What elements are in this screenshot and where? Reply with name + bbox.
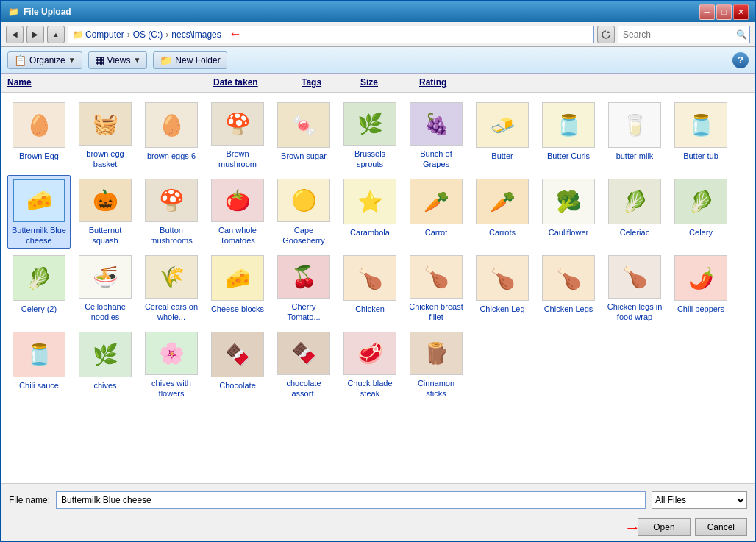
column-rating[interactable]: Rating: [413, 76, 472, 90]
file-item-label: Cinnamon sticks: [408, 378, 464, 398]
file-thumbnail-icon: 🍜: [93, 265, 118, 289]
file-thumbnail-icon: 🌾: [159, 265, 185, 289]
list-item[interactable]: 🍗Chicken Leg: [471, 252, 534, 325]
up-button[interactable]: ▲: [47, 26, 65, 43]
file-thumbnail-icon: 🥚: [26, 113, 52, 138]
file-item-label: Cheese blocks: [211, 304, 264, 314]
file-item-label: Butter tub: [683, 151, 718, 161]
file-thumbnail-icon: 🟡: [291, 188, 317, 213]
file-thumbnail-icon: 🍗: [424, 265, 449, 289]
file-item-label: Chuck blade steak: [342, 378, 398, 398]
file-thumbnail-icon: 🍗: [357, 266, 383, 290]
list-item[interactable]: 🎃Butternut squash: [74, 175, 137, 249]
file-thumbnail-icon: 🥬: [26, 266, 52, 290]
list-item[interactable]: 🥚brown eggs 6: [140, 99, 203, 172]
file-thumbnail-icon: 🍫: [291, 341, 317, 366]
views-button[interactable]: ▦ Views ▼: [88, 51, 148, 69]
new-folder-button[interactable]: 📁 New Folder: [153, 51, 227, 69]
file-thumbnail-icon: 🍗: [556, 266, 582, 290]
help-button[interactable]: ?: [732, 52, 749, 68]
file-thumbnail-icon: 🧈: [490, 113, 516, 138]
search-input[interactable]: [623, 29, 733, 40]
list-item[interactable]: 🥛butter milk: [603, 99, 666, 172]
list-item[interactable]: 🫙Butter tub: [669, 99, 732, 172]
list-item[interactable]: 🍗Chicken Legs: [537, 252, 600, 325]
list-item[interactable]: 🍜Cellophane noodles: [74, 252, 137, 325]
list-item[interactable]: 🧈Butter: [471, 99, 534, 172]
list-item[interactable]: 🟡Cape Gooseberry: [272, 175, 335, 249]
filename-input[interactable]: [56, 491, 646, 509]
file-thumbnail-icon: 🥕: [490, 190, 516, 214]
list-item[interactable]: 🥕Carrot: [404, 175, 468, 249]
column-tags[interactable]: Tags: [296, 76, 354, 90]
list-item[interactable]: 🥬Celery (2): [7, 252, 71, 325]
file-item-label: Chicken Legs: [544, 304, 593, 314]
organize-button[interactable]: 📋 Organize ▼: [7, 51, 82, 69]
maximize-button[interactable]: □: [716, 4, 732, 20]
file-thumbnail-icon: 🫙: [688, 113, 714, 138]
file-item-label: Brown Egg: [19, 151, 59, 161]
list-item[interactable]: 🪵Cinnamon sticks: [404, 328, 468, 402]
list-item[interactable]: 🧺brown egg basket: [74, 99, 137, 172]
column-size[interactable]: Size: [354, 76, 413, 90]
refresh-button[interactable]: [597, 26, 615, 43]
file-item-label: Chicken legs in food wrap: [607, 302, 663, 321]
list-item[interactable]: 🌾Cereal ears on whole...: [140, 252, 203, 325]
open-button[interactable]: Open: [638, 518, 690, 536]
file-thumbnail-icon: 🍄: [159, 188, 185, 213]
title-bar: 📁 File Upload ─ □ ✕: [1, 1, 755, 22]
file-item-label: Button mushrooms: [143, 225, 199, 245]
list-item[interactable]: 🌿Brussels sprouts: [338, 99, 402, 172]
list-item[interactable]: 🍗Chicken breast fillet: [404, 252, 468, 325]
file-thumbnail-icon: 🍒: [291, 265, 317, 289]
list-item[interactable]: 🌶️Chili peppers: [669, 252, 732, 325]
file-item-label: butter milk: [616, 151, 654, 161]
file-thumbnail-icon: 🥬: [622, 190, 648, 214]
list-item[interactable]: 🥚Brown Egg: [7, 99, 71, 172]
list-item[interactable]: 🫙Butter Curls: [537, 99, 600, 172]
list-item[interactable]: 🌸chives with flowers: [140, 328, 203, 402]
list-item[interactable]: 🧀Cheese blocks: [206, 252, 269, 325]
cancel-button[interactable]: Cancel: [695, 518, 747, 536]
list-item[interactable]: 🥩Chuck blade steak: [338, 328, 402, 402]
list-item[interactable]: 🌿chives: [74, 328, 137, 402]
list-item[interactable]: 🍫Chocolate: [206, 328, 269, 402]
file-thumbnail-icon: ⭐: [357, 190, 383, 214]
list-item[interactable]: 🧀→Buttermilk Blue cheese: [7, 175, 71, 249]
list-item[interactable]: 🍒Cherry Tomato...: [272, 252, 335, 325]
list-item[interactable]: 🍄Button mushrooms: [140, 175, 203, 249]
list-item[interactable]: 🍗Chicken: [338, 252, 402, 325]
minimize-button[interactable]: ─: [699, 4, 715, 20]
column-name[interactable]: Name: [1, 76, 207, 90]
file-thumbnail-icon: 🫙: [556, 113, 582, 138]
window-icon: 📁: [7, 6, 19, 18]
list-item[interactable]: 🍄Brown mushroom: [206, 99, 269, 172]
back-button[interactable]: ◀: [6, 26, 24, 43]
file-upload-window: 📁 File Upload ─ □ ✕ ◀ ▶ ▲ 📁 Computer › O…: [0, 0, 756, 542]
file-thumbnail-icon: 🥩: [357, 341, 383, 366]
close-button[interactable]: ✕: [733, 4, 749, 20]
column-headers: Name Date taken Tags Size Rating: [1, 74, 755, 93]
list-item[interactable]: 🍗Chicken legs in food wrap: [603, 252, 666, 325]
list-item[interactable]: ⭐Carambola: [338, 175, 402, 249]
file-item-label: Chili sauce: [19, 380, 59, 391]
file-thumbnail-icon: 🎃: [93, 188, 118, 213]
list-item[interactable]: 🍇Bunch of Grapes: [404, 99, 468, 172]
list-item[interactable]: 🫙Chili sauce: [7, 328, 71, 402]
list-item[interactable]: 🍫chocolate assort.: [272, 328, 335, 402]
file-thumbnail-icon: 🍫: [225, 343, 251, 367]
list-item[interactable]: 🥬Celery: [669, 175, 732, 249]
list-item[interactable]: 🍅Can whole Tomatoes: [206, 175, 269, 249]
address-path[interactable]: 📁 Computer › OS (C:) › necs\images ←: [68, 26, 594, 43]
column-date-taken[interactable]: Date taken: [207, 76, 296, 90]
list-item[interactable]: 🥕Carrots: [471, 175, 534, 249]
list-item[interactable]: 🥬Celeriac: [603, 175, 666, 249]
list-item[interactable]: 🥦Cauliflower: [537, 175, 600, 249]
file-item-label: Buttermilk Blue cheese: [11, 225, 67, 245]
list-item[interactable]: 🍬Brown sugar: [272, 99, 335, 172]
file-item-label: Carrot: [425, 227, 448, 238]
file-item-label: chocolate assort.: [276, 378, 332, 398]
filetype-select[interactable]: All Files: [652, 491, 747, 509]
forward-button[interactable]: ▶: [26, 26, 44, 43]
file-thumbnail-icon: 🍗: [622, 265, 648, 289]
